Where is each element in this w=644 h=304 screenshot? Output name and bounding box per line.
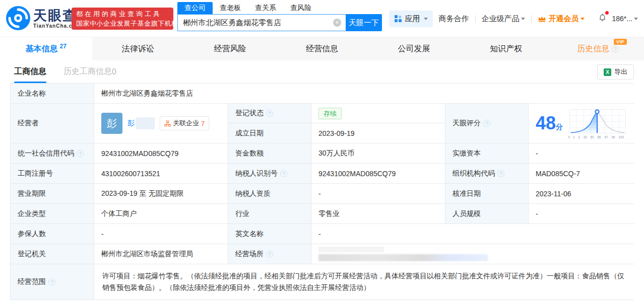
business-scope-label-cell: 经营范围 ? [11, 264, 94, 299]
english-name-value: - [311, 224, 634, 244]
score-label-cell: 天眼评分 ? [445, 104, 529, 143]
help-icon[interactable]: ? [48, 278, 55, 285]
chevron-down-icon [634, 18, 638, 20]
business-term-label: 营业期限 [11, 184, 94, 204]
account-phone[interactable]: 186*... [612, 15, 638, 23]
chevron-down-icon [581, 18, 585, 20]
reg-status-label-cell: 登记状态 ? [228, 104, 311, 123]
help-icon[interactable]: ? [266, 251, 273, 258]
nav-business-cooperation[interactable]: 商务合作 [439, 14, 469, 24]
nav-enterprise-products[interactable]: 企业级产品 [482, 14, 525, 24]
tab-basic-info[interactable]: 基本信息 27 [0, 37, 92, 60]
apps-menu[interactable]: 应用 [389, 11, 433, 27]
divider [475, 15, 476, 23]
search-tabs: 查公司 查老板 查关系 查风险 [177, 2, 382, 14]
taxpayer-qualification-value: - [311, 184, 445, 204]
subtab-history-count: 0 [112, 67, 116, 77]
excel-icon: X [604, 68, 611, 76]
score-value: 48 [536, 113, 556, 133]
org-code-label: 组织机构代码 [453, 169, 495, 178]
tab-history-info[interactable]: VIP 历史信息 ? [552, 37, 644, 60]
help-icon[interactable]: ? [612, 45, 619, 52]
export-button[interactable]: X 导出 [597, 64, 634, 80]
operator-name-redacted [136, 117, 155, 129]
business-site-cell [311, 244, 634, 264]
vip-label: 开通会员 [549, 14, 579, 24]
tab-operating-risk[interactable]: 经营风险 [184, 37, 276, 60]
help-icon[interactable]: ? [483, 120, 490, 127]
reg-status-cell: 存续 [311, 104, 445, 123]
help-icon[interactable]: ? [497, 170, 504, 177]
score-cell[interactable]: 48分 0131550859799100 [529, 104, 634, 143]
tab-operating-info[interactable]: 经营信息 [276, 37, 368, 60]
reg-number-label: 工商注册号 [11, 164, 94, 184]
reg-authority-label: 登记机关 [11, 244, 94, 264]
nav-open-vip[interactable]: 开通会员 [538, 14, 585, 24]
search-tab-boss[interactable]: 查老板 [213, 2, 248, 14]
site-logo[interactable]: 天眼查 TianYanCha.com [6, 6, 81, 30]
search-tab-company[interactable]: 查公司 [177, 2, 213, 14]
help-icon[interactable]: ? [77, 150, 84, 157]
search-input[interactable] [177, 14, 346, 31]
help-icon[interactable]: ? [280, 170, 287, 177]
chevron-down-icon [424, 18, 428, 20]
company-type-value: 个体工商户 [94, 204, 228, 224]
business-site-label: 经营场所 [235, 250, 264, 259]
status-badge: 存续 [318, 108, 342, 119]
business-info-subtabs: 工商信息 历史工商信息0 X 导出 [0, 60, 644, 83]
related-companies-badge[interactable]: 关联企业 7 [160, 116, 209, 130]
subtab-history-registration[interactable]: 历史工商信息0 [63, 60, 116, 83]
taxpayer-qualification-label: 纳税人资质 [228, 184, 311, 204]
approved-date-label: 核准日期 [445, 184, 529, 204]
apps-grid-icon [394, 15, 402, 23]
credit-code-value: 92431002MAD085CQ79 [94, 143, 228, 164]
staff-size-value: - [529, 204, 634, 224]
chevron-down-icon [521, 18, 525, 20]
notifications-bell[interactable] [598, 13, 607, 25]
export-label: 导出 [614, 67, 627, 77]
paid-capital-value: - [529, 143, 634, 164]
reg-status-label: 登记状态 [235, 109, 264, 118]
paid-capital-label: 实缴资本 [445, 143, 529, 164]
operator-name-link[interactable]: 彭 [127, 119, 135, 127]
help-icon[interactable]: ? [266, 110, 273, 117]
search-tab-risk[interactable]: 查风险 [283, 2, 318, 14]
score-distribution-chart: 0131550859799100 [568, 108, 627, 139]
est-date-value: 2023-09-19 [311, 123, 445, 143]
subtab-business-registration[interactable]: 工商信息 [14, 60, 46, 83]
tab-intellectual-property[interactable]: 知识产权 [460, 37, 552, 60]
insured-count-value: - [94, 224, 228, 244]
tab-legal-proceedings[interactable]: 法律诉讼 [92, 37, 184, 60]
org-chart-icon [164, 120, 171, 127]
score-unit: 分 [556, 123, 563, 131]
operator-avatar[interactable]: 彭 [101, 113, 122, 134]
search-area: 查公司 查老板 查关系 查风险 ✕ 天眼一下 [177, 2, 382, 31]
tianyancha-logo-icon [6, 6, 30, 30]
search-button[interactable]: 天眼一下 [346, 14, 382, 31]
clear-search-icon[interactable]: ✕ [333, 19, 341, 27]
active-underline [14, 82, 46, 83]
vip-badge: VIP [614, 39, 627, 45]
search-tab-relation[interactable]: 查关系 [248, 2, 283, 14]
reg-authority-value: 郴州市北湖区市场监督管理局 [94, 244, 228, 264]
est-date-label: 成立日期 [228, 123, 311, 143]
staff-size-label: 人员规模 [445, 204, 529, 224]
org-code-value: MAD085CQ-7 [529, 164, 634, 184]
top-nav: 应用 商务合作 企业级产品 开通会员 [389, 10, 638, 27]
credit-code-label: 统一社会信用代码 [18, 149, 74, 158]
tab-basic-label: 基本信息 [26, 44, 58, 54]
related-companies-count: 7 [201, 120, 205, 127]
enterprise-label: 企业级产品 [482, 14, 520, 24]
operator-cell: 彭 彭 关联企业 7 [94, 104, 228, 143]
tab-company-development[interactable]: 公司发展 [368, 37, 460, 60]
capital-label: 资金数额 [228, 143, 311, 164]
crown-icon [538, 15, 546, 23]
taxpayer-id-label: 纳税人识别号 [235, 169, 278, 178]
tab-basic-count: 27 [60, 43, 67, 50]
slogan-line1: 都在用的商业查询工具 [76, 9, 169, 19]
subtab-history-label: 历史工商信息 [63, 66, 112, 77]
credit-code-label-cell: 统一社会信用代码 ? [11, 143, 94, 164]
company-section-tabs: 基本信息 27 法律诉讼 经营风险 经营信息 公司发展 知识产权 VIP 历史信… [0, 37, 644, 60]
business-info-table: 企业名称 郴州市北湖区勇鑫烟花零售店 经营者 彭 彭 关联企业 7 登记状态 ?… [10, 83, 634, 300]
company-name-value: 郴州市北湖区勇鑫烟花零售店 [94, 84, 634, 104]
